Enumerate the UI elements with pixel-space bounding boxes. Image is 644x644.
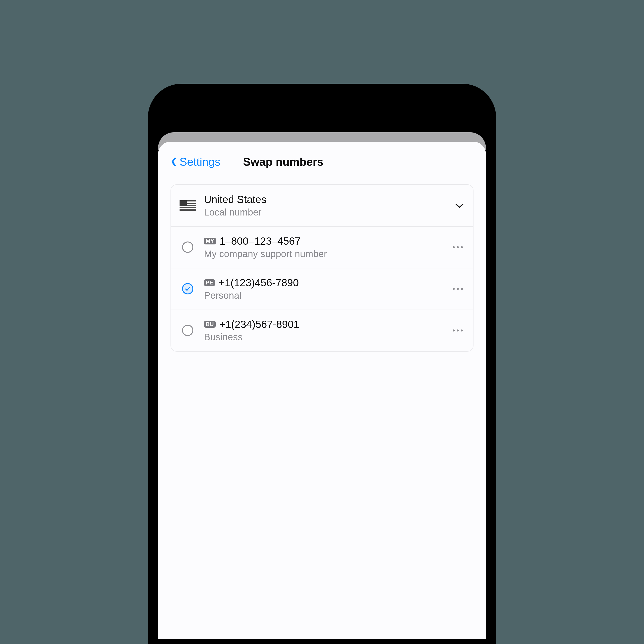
radio-unselected[interactable]	[182, 241, 193, 253]
page-title: Swap numbers	[243, 155, 474, 168]
more-icon[interactable]	[451, 241, 464, 253]
chevron-down-icon	[455, 201, 464, 211]
nav-bar: Settings Swap numbers	[170, 155, 474, 168]
back-chevron-icon[interactable]	[170, 157, 177, 167]
phone-number: +1(234)567-8901	[219, 318, 299, 330]
back-button[interactable]: Settings	[180, 155, 220, 168]
modal-sheet: Settings Swap numbers United States Loca…	[158, 142, 486, 639]
radio-selected[interactable]	[182, 283, 193, 294]
phone-frame: Settings Swap numbers United States Loca…	[148, 84, 496, 644]
more-icon[interactable]	[451, 283, 464, 294]
number-tag: MY	[204, 238, 216, 244]
radio-unselected[interactable]	[182, 325, 193, 336]
number-row[interactable]: BU +1(234)567-8901 Business	[171, 310, 473, 351]
number-tag: PE	[204, 279, 215, 286]
more-icon[interactable]	[451, 325, 464, 336]
number-tag: BU	[204, 321, 216, 328]
numbers-card: United States Local number MY 1–800–123–	[170, 184, 474, 352]
phone-number: +1(123)456-7890	[219, 277, 299, 289]
number-row[interactable]: PE +1(123)456-7890 Personal	[171, 268, 473, 310]
number-label: My company support number	[204, 249, 443, 259]
number-label: Personal	[204, 290, 443, 301]
phone-number: 1–800–123–4567	[220, 235, 301, 247]
number-label: Business	[204, 332, 443, 343]
country-subtitle: Local number	[204, 207, 446, 218]
country-name: United States	[204, 193, 446, 206]
number-row[interactable]: MY 1–800–123–4567 My company support num…	[171, 226, 473, 268]
us-flag-icon	[180, 200, 196, 211]
country-selector[interactable]: United States Local number	[171, 185, 473, 226]
